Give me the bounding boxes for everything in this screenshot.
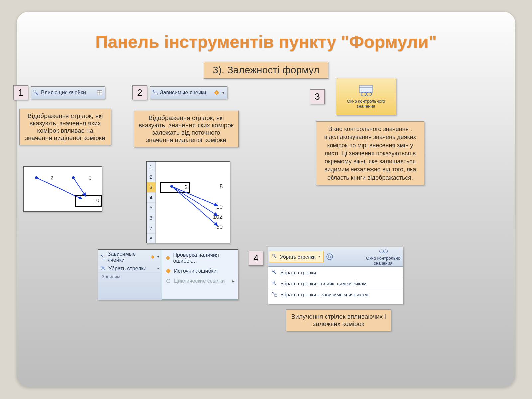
svg-point-1: [37, 94, 38, 95]
arrows-icon: [147, 162, 230, 243]
remove-precedents-icon: [272, 280, 278, 286]
slide-title: Панель інструментів пункту "Формули": [17, 32, 515, 52]
watch-window-mini[interactable]: Окно контрольно значения: [363, 247, 403, 267]
watch-window-button[interactable]: Окно контрольного значения: [336, 78, 396, 115]
badge-4: 4: [249, 251, 263, 266]
table-icon: [97, 90, 103, 96]
label: Источник ошибки: [174, 268, 217, 274]
error-source-icon: [165, 268, 171, 274]
remove-arrows-icon: [100, 266, 106, 272]
svg-text:!: !: [216, 91, 217, 95]
svg-line-15: [172, 186, 218, 216]
example-dependents: 1 2 3 4 5 6 7 8 2 5 10 102 50: [146, 161, 230, 243]
glasses-icon: [378, 248, 389, 255]
desc-3: Вікно контрольного значення : відслідков…: [316, 121, 424, 185]
label: Окно контрольного: [347, 99, 385, 104]
svg-point-29: [167, 279, 170, 283]
badge-1: 1: [13, 85, 28, 100]
label: Проверка наличия ошибок…: [173, 252, 235, 264]
label: Зависимые ячейки: [160, 90, 206, 96]
remove-all-arrows-item[interactable]: Убрать стрелки: [268, 267, 403, 278]
svg-line-16: [172, 186, 218, 226]
label: Убрать стрелки к зависимым ячейкам: [280, 292, 368, 297]
svg-rect-38: [275, 295, 277, 296]
arrows-icon: [24, 167, 102, 211]
svg-rect-23: [103, 257, 105, 259]
svg-point-33: [379, 250, 383, 253]
svg-rect-36: [272, 281, 274, 283]
trace-dependents-icon: [100, 254, 106, 260]
chevron-right-icon: ▶: [232, 279, 234, 283]
svg-rect-35: [272, 270, 274, 272]
label: Зависимые ячейки: [108, 251, 149, 263]
slide: Панель інструментів пункту "Формули" 3).…: [17, 12, 515, 387]
label: Убрать стрелки: [280, 270, 316, 275]
remove-arrows-icon: [272, 269, 278, 275]
remove-arrows-dropdown: Убрать стрелки ▼ fx Окно контрольно знач…: [268, 247, 403, 304]
watch-window-icon: [358, 85, 374, 97]
svg-marker-24: [151, 255, 154, 259]
remove-arrows-mini-button[interactable]: Убрать стрелки ▼: [98, 264, 162, 273]
label: Окно контрольно значения: [366, 256, 400, 266]
svg-text:fx: fx: [328, 254, 331, 259]
desc-4: Вилучення стрілок впливаючих і залежних …: [286, 309, 391, 331]
badge-2: 2: [132, 85, 147, 100]
label: Убрать стрелки: [280, 254, 316, 260]
error-check-icon: !: [165, 255, 171, 261]
svg-rect-0: [33, 90, 36, 92]
svg-line-14: [172, 186, 218, 206]
error-check-icon: !: [214, 90, 220, 96]
badge-3: 3: [310, 89, 325, 104]
remove-dependent-arrows-item[interactable]: Убрать стрелки к зависимым ячейкам: [268, 289, 403, 300]
svg-rect-17: [359, 85, 373, 93]
label: Влияющие ячейки: [41, 90, 86, 96]
error-check-icon: [151, 255, 155, 259]
dependents-mini-button[interactable]: Зависимые ячейки ▼: [98, 250, 162, 264]
remove-dependents-icon: [272, 291, 278, 297]
svg-rect-30: [273, 254, 275, 256]
label: Убрать стрелки: [108, 266, 146, 272]
example-precedents: 10 2 5: [23, 166, 102, 212]
subtitle: 3). Залежності формул: [204, 62, 328, 79]
circular-refs-item: Циклические ссылки ▶: [162, 276, 238, 286]
check-errors-item[interactable]: ! Проверка наличия ошибок…: [162, 250, 238, 266]
svg-point-34: [383, 250, 387, 253]
evaluate-formula-icon[interactable]: fx: [326, 253, 333, 261]
svg-text:!: !: [168, 256, 168, 260]
trace-precedents-icon: [33, 90, 39, 96]
svg-marker-28: [166, 269, 171, 273]
label: Убрать стрелки к влияющим ячейкам: [280, 281, 367, 286]
remove-arrows-icon: [272, 254, 278, 260]
remove-precedent-arrows-item[interactable]: Убрать стрелки к влияющим ячейкам: [268, 278, 403, 289]
trace-dependents-icon: [152, 90, 158, 96]
circular-icon: [165, 278, 171, 284]
remove-arrows-button[interactable]: Убрать стрелки ▼: [269, 251, 324, 262]
group-label: Зависим: [98, 273, 162, 280]
label: Циклические ссылки: [174, 278, 225, 284]
desc-1: Відображення стрілок, які вказують, знач…: [19, 109, 111, 145]
svg-line-8: [73, 178, 86, 197]
label: значения: [357, 104, 375, 109]
trace-dependents-button[interactable]: Зависимые ячейки ! ▼: [150, 86, 227, 99]
svg-rect-10: [155, 93, 157, 95]
trace-precedents-button[interactable]: Влияющие ячейки: [31, 86, 105, 99]
error-checking-menu: Зависимые ячейки ▼ Убрать стрелки ▼ Зави…: [98, 249, 238, 300]
error-source-item[interactable]: Источник ошибки: [162, 266, 238, 276]
desc-2: Відображення стрілок, які вказують, знач…: [134, 111, 239, 147]
